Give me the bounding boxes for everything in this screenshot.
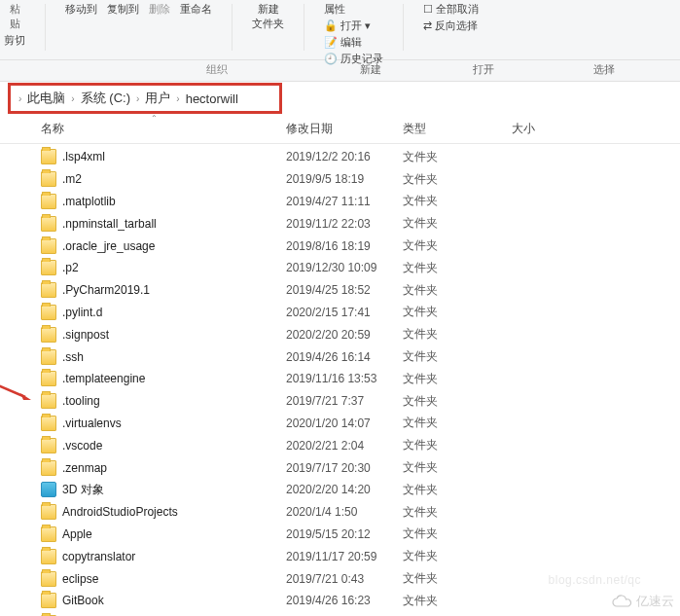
list-item[interactable]: GitBook2019/4/26 16:23文件夹 xyxy=(0,590,680,612)
file-name: Apple xyxy=(62,527,286,541)
column-date[interactable]: 修改日期 xyxy=(286,121,403,137)
breadcrumb-users[interactable]: 用户 xyxy=(145,90,170,107)
3d-objects-icon xyxy=(41,482,56,497)
file-type: 文件夹 xyxy=(403,393,512,410)
file-date: 2020/1/4 1:50 xyxy=(286,505,403,519)
breadcrumb-root[interactable]: 此电脑 xyxy=(27,90,65,107)
ribbon-organize-group: 移动到 复制到 删除 重命名 xyxy=(65,2,212,17)
breadcrumb-drive[interactable]: 系统 (C:) xyxy=(81,90,130,107)
folder-icon xyxy=(41,393,56,409)
list-item[interactable]: go2019/12/31 15:22文件夹 xyxy=(0,612,680,616)
ribbon-separator xyxy=(232,4,233,51)
list-item[interactable]: .PyCharm2019.12019/4/25 18:52文件夹 xyxy=(0,279,680,302)
file-name: .zenmap xyxy=(62,461,286,475)
file-date: 2020/2/21 2:04 xyxy=(286,439,403,453)
list-item[interactable]: .m22019/9/5 18:19文件夹 xyxy=(0,168,680,191)
file-type: 文件夹 xyxy=(403,593,512,609)
chevron-right-icon[interactable]: › xyxy=(17,93,23,104)
new-folder-button[interactable]: 新建 文件夹 xyxy=(252,2,284,31)
invert-selection-button[interactable]: ⇄ 反向选择 xyxy=(423,18,478,33)
list-item[interactable]: 3D 对象2020/2/20 14:20文件夹 xyxy=(0,479,680,501)
list-item[interactable]: .tooling2019/7/21 7:37文件夹 xyxy=(0,390,680,413)
file-date: 2019/7/21 7:37 xyxy=(286,394,403,408)
file-date: 2019/7/17 20:30 xyxy=(286,461,403,475)
folder-icon xyxy=(41,194,56,209)
file-name: .templateengine xyxy=(62,372,286,385)
list-item[interactable]: .lsp4xml2019/12/2 20:16文件夹 xyxy=(0,146,680,168)
breadcrumb-user[interactable]: hectorwill xyxy=(186,91,238,106)
file-type: 文件夹 xyxy=(403,348,512,365)
ribbon-open-group: 属性 🔓 打开 ▾ 📝 编辑 🕘 历史记录 xyxy=(324,2,383,66)
list-item[interactable]: .pylint.d2020/2/15 17:41文件夹 xyxy=(0,302,680,324)
file-name: copytranslator xyxy=(62,550,286,563)
file-date: 2020/2/15 17:41 xyxy=(286,306,403,319)
cloud-icon xyxy=(611,595,632,608)
breadcrumb: › 此电脑 › 系统 (C:) › 用户 › hectorwill xyxy=(8,83,282,114)
copy-to-button[interactable]: 复制到 xyxy=(107,2,139,17)
paste-small-label[interactable]: 粘贴 xyxy=(9,2,20,31)
file-date: 2019/11/16 13:53 xyxy=(286,372,403,385)
file-date: 2020/2/20 14:20 xyxy=(286,483,403,496)
chevron-right-icon[interactable]: › xyxy=(69,93,76,104)
column-name[interactable]: 名称 xyxy=(41,121,286,137)
list-item[interactable]: .signpost2020/2/20 20:59文件夹 xyxy=(0,323,680,345)
column-size[interactable]: 大小 xyxy=(512,121,590,137)
list-item[interactable]: Apple2019/5/15 20:12文件夹 xyxy=(0,524,680,546)
ribbon-separator xyxy=(403,4,404,51)
sort-indicator-icon: ⌃ xyxy=(151,114,158,123)
move-to-button[interactable]: 移动到 xyxy=(65,2,97,17)
group-label-organize: 组织 xyxy=(206,62,228,77)
list-item[interactable]: .virtualenvs2020/1/20 14:07文件夹 xyxy=(0,413,680,435)
list-item[interactable]: .templateengine2019/11/16 13:53文件夹 xyxy=(0,368,680,390)
file-type: 文件夹 xyxy=(403,415,512,431)
chevron-right-icon[interactable]: › xyxy=(134,93,141,104)
list-item[interactable]: .zenmap2019/7/17 20:30文件夹 xyxy=(0,456,680,479)
list-item[interactable]: .oracle_jre_usage2019/8/16 18:19文件夹 xyxy=(0,235,680,257)
file-name: .tooling xyxy=(62,394,286,408)
folder-icon xyxy=(41,305,56,320)
list-item[interactable]: .vscode2020/2/21 2:04文件夹 xyxy=(0,434,680,456)
column-type[interactable]: 类型 xyxy=(403,121,512,137)
list-item[interactable]: .ssh2019/4/26 16:14文件夹 xyxy=(0,345,680,368)
file-date: 2019/5/15 20:12 xyxy=(286,527,403,541)
file-date: 2019/4/26 16:23 xyxy=(286,594,403,607)
folder-icon xyxy=(41,460,56,476)
ribbon-select-group: ☐ 全部取消 ⇄ 反向选择 xyxy=(423,2,479,33)
file-type: 文件夹 xyxy=(403,548,512,564)
file-type: 文件夹 xyxy=(403,371,512,387)
open-dropdown[interactable]: 🔓 打开 ▾ xyxy=(324,18,371,33)
rename-button[interactable]: 重命名 xyxy=(180,2,212,17)
delete-button[interactable]: 删除 xyxy=(149,2,170,17)
file-date: 2019/12/2 20:16 xyxy=(286,150,403,163)
file-type: 文件夹 xyxy=(403,193,512,209)
folder-icon xyxy=(41,260,56,275)
select-none-button[interactable]: ☐ 全部取消 xyxy=(423,2,479,17)
ribbon-separator xyxy=(45,4,46,51)
folder-icon xyxy=(41,504,56,520)
edit-button[interactable]: 📝 编辑 xyxy=(324,35,362,50)
folder-icon xyxy=(41,327,56,343)
file-list: .lsp4xml2019/12/2 20:16文件夹.m22019/9/5 18… xyxy=(0,144,680,616)
list-item[interactable]: .npminstall_tarball2019/11/2 22:03文件夹 xyxy=(0,212,680,235)
file-type: 文件夹 xyxy=(403,260,512,276)
properties-button[interactable]: 属性 xyxy=(324,2,345,17)
list-item[interactable]: .matplotlib2019/4/27 11:11文件夹 xyxy=(0,191,680,213)
invert-label: 反向选择 xyxy=(435,19,478,31)
chevron-right-icon[interactable]: › xyxy=(174,93,181,104)
watermark-blog: blog.csdn.net/qc xyxy=(549,573,641,587)
watermark-text: 亿速云 xyxy=(636,593,674,610)
file-name: .vscode xyxy=(62,439,286,453)
file-type: 文件夹 xyxy=(403,282,512,299)
ribbon-toolbar: 粘贴 剪切 移动到 复制到 删除 重命名 新建 文件夹 属性 🔓 打开 ▾ 📝 … xyxy=(0,0,680,60)
folder-icon xyxy=(41,571,56,587)
file-date: 2019/4/25 18:52 xyxy=(286,283,403,297)
ribbon-group-labels: 新建 打开 选择 xyxy=(0,60,680,82)
file-name: .pylint.d xyxy=(62,306,286,319)
list-item[interactable]: .p22019/12/30 10:09文件夹 xyxy=(0,257,680,279)
list-item[interactable]: AndroidStudioProjects2020/1/4 1:50文件夹 xyxy=(0,501,680,524)
file-name: .PyCharm2019.1 xyxy=(62,283,286,297)
cut-button[interactable]: 剪切 xyxy=(4,33,25,48)
folder-icon xyxy=(41,216,56,232)
address-bar[interactable]: › 此电脑 › 系统 (C:) › 用户 › hectorwill xyxy=(0,82,680,115)
list-item[interactable]: copytranslator2019/11/17 20:59文件夹 xyxy=(0,545,680,567)
